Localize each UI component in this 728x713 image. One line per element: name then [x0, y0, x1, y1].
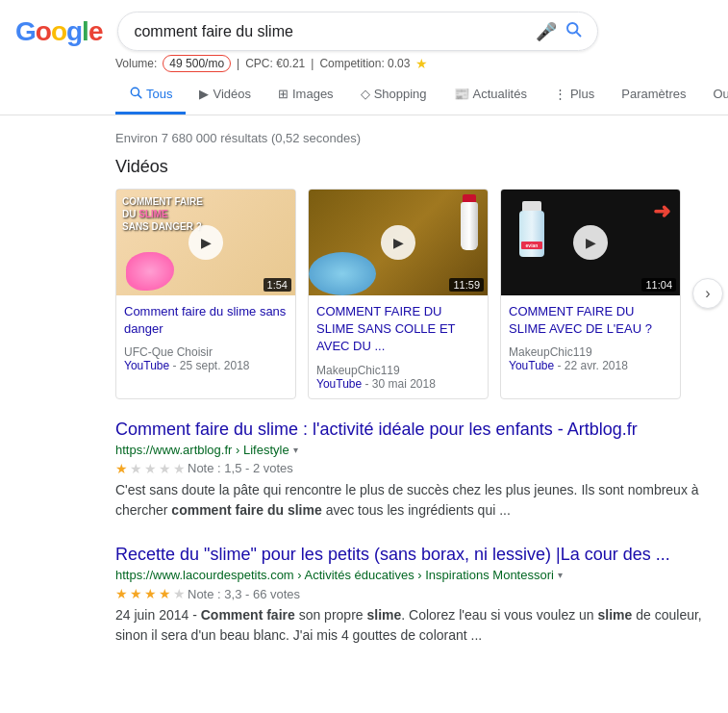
result-title-2[interactable]: Recette du "slime" pour les petits (sans… — [115, 544, 713, 566]
nav-tabs: Tous ▶ Vidéos ⊞ Images ◇ Shopping 📰 Actu… — [0, 72, 728, 115]
play-button-2[interactable]: ▶ — [381, 225, 415, 260]
play-button-1[interactable]: ▶ — [188, 225, 223, 260]
main-content: Environ 7 680 000 résultats (0,52 second… — [0, 115, 728, 684]
result-snippet-2: 24 juin 2014 - Comment faire son propre … — [115, 605, 713, 646]
video-source-1: UFC-Que Choisir YouTube - 25 sept. 2018 — [124, 345, 288, 372]
video-source-3: MakeupChic119 YouTube - 22 avr. 2018 — [509, 345, 672, 372]
results-count: Environ 7 680 000 résultats (0,52 second… — [115, 131, 713, 145]
star-empty-2a: ★ — [173, 586, 186, 601]
url-text-2: https://www.lacourdespetits.com › Activi… — [115, 568, 554, 582]
video-thumb-1: COMMENT FAIREDU SLIMESANS DANGER ? ▶ 1:5… — [116, 190, 295, 295]
video-duration-1: 1:54 — [264, 278, 291, 292]
tab-plus[interactable]: ⋮ Plus — [540, 77, 608, 114]
video-info-1: Comment faire du slime sans danger UFC-Q… — [116, 295, 295, 380]
tab-shopping-label: Shopping — [374, 87, 427, 101]
search-nav-icon — [129, 86, 142, 102]
star-half-2: ★ — [159, 586, 171, 601]
organic-result-2: Recette du "slime" pour les petits (sans… — [115, 544, 713, 646]
platform-3: YouTube — [509, 359, 554, 372]
video-thumb-3: evian ➜ ▶ 11:04 — [501, 190, 680, 295]
tab-videos-label: Vidéos — [213, 87, 251, 101]
videos-section-title: Vidéos — [115, 157, 713, 177]
video-source-2: MakeupChic119 YouTube - 30 mai 2018 — [316, 364, 480, 391]
header: Google 🎤 — [0, 0, 728, 51]
tab-shopping[interactable]: ◇ Shopping — [347, 77, 440, 114]
url-dropdown-icon-1[interactable]: ▾ — [293, 445, 298, 455]
rating-text-1: Note : 1,5 - 2 votes — [188, 461, 293, 475]
keyword-stats: Volume: 49 500/mo | CPC: €0.21 | Competi… — [0, 51, 728, 72]
cpc-label: CPC: €0.21 — [245, 57, 305, 70]
tab-images[interactable]: ⊞ Images — [264, 77, 347, 114]
video-duration-3: 11:04 — [641, 278, 676, 292]
shopping-nav-icon: ◇ — [361, 87, 370, 101]
video-title-3[interactable]: COMMENT FAIRE DU SLIME AVEC DE L'EAU ? — [509, 303, 672, 338]
video-card-2[interactable]: ▶ 11:59 COMMENT FAIRE DU SLIME SANS COLL… — [308, 189, 489, 399]
play-button-3[interactable]: ▶ — [573, 225, 608, 260]
images-nav-icon: ⊞ — [278, 87, 289, 101]
video-nav-icon: ▶ — [199, 87, 209, 101]
search-bar[interactable]: 🎤 — [117, 12, 598, 51]
tab-actualites[interactable]: 📰 Actualités — [440, 77, 540, 114]
videos-container: COMMENT FAIREDU SLIMESANS DANGER ? ▶ 1:5… — [115, 189, 713, 399]
red-arrow-icon: ➜ — [653, 199, 670, 224]
search-input[interactable] — [134, 23, 528, 40]
separator2: | — [311, 57, 314, 70]
star-filled-2a: ★ — [115, 586, 128, 601]
result-title-1[interactable]: Comment faire du slime : l'activité idéa… — [115, 419, 713, 441]
star-empty-1: ★ — [130, 461, 142, 476]
more-nav-icon: ⋮ — [554, 87, 566, 101]
tab-videos[interactable]: ▶ Vidéos — [186, 77, 264, 114]
result-url-1: https://www.artblog.fr › Lifestyle ▾ — [115, 443, 713, 457]
star-empty-2: ★ — [144, 461, 157, 476]
google-logo: Google — [15, 16, 102, 47]
stars-1: ★ ★ ★ ★ ★ Note : 1,5 - 2 votes — [115, 461, 713, 476]
volume-label: Volume: — [115, 57, 157, 70]
star-filled-1: ★ — [115, 461, 128, 476]
tab-plus-label: Plus — [570, 87, 594, 101]
tab-tous[interactable]: Tous — [115, 76, 186, 115]
star-filled-2b: ★ — [130, 586, 142, 601]
url-text-1: https://www.artblog.fr › Lifestyle — [115, 443, 289, 457]
platform-1: YouTube — [124, 359, 169, 372]
result-url-2: https://www.lacourdespetits.com › Activi… — [115, 568, 713, 582]
search-icon[interactable] — [565, 20, 582, 42]
rating-text-2: Note : 3,3 - 66 votes — [188, 587, 300, 601]
video-card-3[interactable]: evian ➜ ▶ 11:04 COMMENT FAIRE DU SLIME A… — [500, 189, 681, 399]
video-duration-2: 11:59 — [449, 278, 484, 292]
videos-next-button[interactable]: › — [692, 278, 723, 309]
outils-label: Outils — [713, 87, 728, 101]
tab-tous-label: Tous — [146, 87, 172, 101]
tab-actualites-label: Actualités — [473, 87, 527, 101]
videos-section: Vidéos COMMENT FAIREDU SLIMESANS DANGER … — [115, 157, 713, 399]
star-icon[interactable]: ★ — [415, 56, 428, 71]
mic-icon[interactable]: 🎤 — [536, 21, 557, 42]
result-snippet-1: C'est sans doute la pâte qui rencontre l… — [115, 480, 713, 521]
svg-line-1 — [577, 32, 581, 36]
competition-label: Competition: 0.03 — [319, 57, 410, 70]
video-title-2[interactable]: COMMENT FAIRE DU SLIME SANS COLLE ET AVE… — [316, 303, 480, 356]
video-info-3: COMMENT FAIRE DU SLIME AVEC DE L'EAU ? M… — [501, 295, 680, 380]
stars-2: ★ ★ ★ ★ ★ Note : 3,3 - 66 votes — [115, 586, 713, 601]
svg-line-3 — [138, 95, 141, 98]
video-thumb-2: ▶ 11:59 — [309, 190, 488, 295]
star-filled-2c: ★ — [144, 586, 157, 601]
tab-parametres[interactable]: Paramètres — [608, 77, 699, 114]
url-dropdown-icon-2[interactable]: ▾ — [558, 570, 563, 580]
star-empty-3: ★ — [159, 461, 171, 476]
star-empty-4: ★ — [173, 461, 186, 476]
thumb-text-1: COMMENT FAIREDU SLIMESANS DANGER ? — [122, 195, 203, 233]
parametres-label: Paramètres — [621, 87, 686, 101]
video-info-2: COMMENT FAIRE DU SLIME SANS COLLE ET AVE… — [309, 295, 488, 398]
tab-outils[interactable]: Outils — [699, 77, 728, 114]
video-card-1[interactable]: COMMENT FAIREDU SLIMESANS DANGER ? ▶ 1:5… — [115, 189, 296, 399]
video-title-1[interactable]: Comment faire du slime sans danger — [124, 303, 288, 338]
volume-value: 49 500/mo — [163, 55, 231, 72]
tab-images-label: Images — [292, 87, 334, 101]
news-nav-icon: 📰 — [454, 87, 469, 101]
separator1: | — [237, 57, 239, 70]
organic-result-1: Comment faire du slime : l'activité idéa… — [115, 419, 713, 521]
platform-2: YouTube — [316, 377, 362, 391]
